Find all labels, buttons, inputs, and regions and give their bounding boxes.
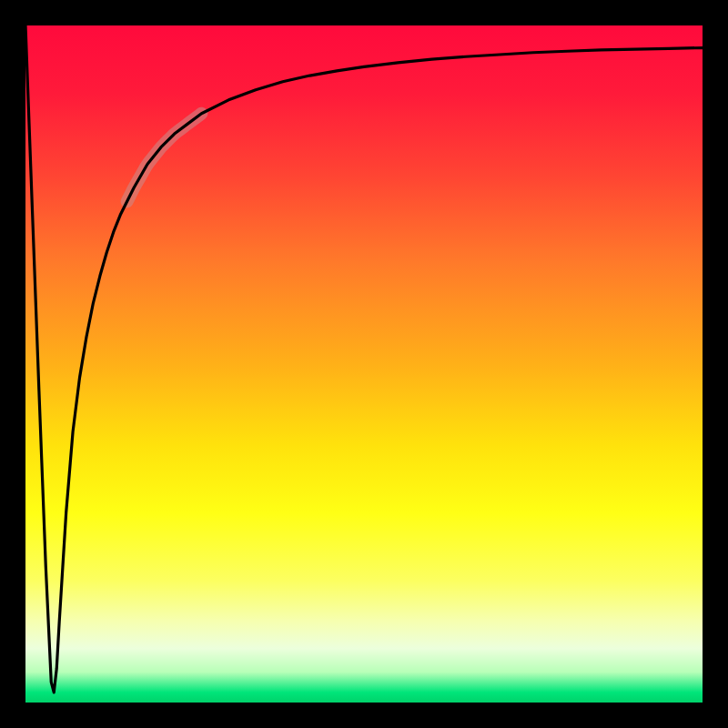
- chart-frame: TheBottleneck.com: [0, 0, 728, 728]
- chart-canvas: [0, 0, 728, 728]
- plot-area: [25, 25, 703, 703]
